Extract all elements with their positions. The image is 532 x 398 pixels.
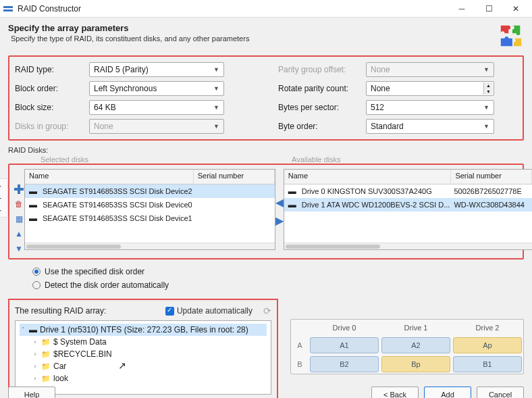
folder-icon: 📁 [41,338,51,347]
layout-cell: B1 [453,356,522,372]
result-tree[interactable]: ˅ ▬ Drive 1 (nr5310) NTFS (Size: 272.23 … [15,320,271,395]
tree-item[interactable]: ›📁$RECYCLE.BIN [20,348,267,360]
move-right-icon[interactable]: ▶ [275,214,284,227]
move-up-icon[interactable]: ▲ [14,228,24,239]
disks-group-label: Disks in group: [15,122,89,131]
disk-icon: ▬ [29,200,38,209]
bytes-sector-label: Bytes per sector: [278,103,366,112]
byte-order-combo[interactable]: Standard▼ [366,119,494,134]
result-label: The resulting RAID array: [15,306,106,316]
disk-icon: ▬ [288,186,298,196]
h-scrollbar[interactable] [284,243,532,249]
side-tool-3[interactable]: · [0,205,6,216]
svg-rect-0 [3,6,13,8]
spin-up-icon[interactable]: ▲ [483,82,493,89]
disk-icon: ▬ [29,214,38,223]
layout-cell: A2 [381,337,450,353]
byte-order-label: Byte order: [278,122,366,131]
window-title: RAID Constructor [18,4,448,14]
tree-item[interactable]: ›📁$ System Data [20,336,267,348]
list-item[interactable]: ▬SEAGATE ST9146853SS SCSI Disk Device2 [25,184,275,198]
add-disk-icon[interactable] [14,184,24,195]
side-toolbar: · · · [0,178,8,218]
block-order-combo[interactable]: Left Synchronous▼ [89,81,224,96]
list-item[interactable]: ▬Drive 1 ATA WDC WD1200BEVS-2 SCSI D...W… [284,198,532,212]
raid-disks-label: RAID Disks: [8,146,524,154]
col-name-header[interactable]: Name [25,170,194,184]
update-auto-checkbox[interactable]: Update automatically [165,306,252,316]
app-icon [3,3,14,14]
layout-header: Drive 2 [452,320,523,336]
radio-specified-order[interactable]: Use the specified disk order [32,265,524,278]
page-subtitle: Specify the type of RAID, its constituen… [8,34,498,43]
folder-icon: 📁 [41,362,51,371]
layout-header: Drive 0 [309,320,380,336]
bytes-sector-combo[interactable]: 512▼ [366,100,494,115]
disk-tools: 🗑 ▦ ▲ ▼ [14,169,24,254]
refresh-icon[interactable]: ⟳ [263,305,271,316]
page-title: Specify the array parameters [8,23,498,33]
params-panel: RAID type: RAID 5 (Parity)▼ Parity group… [8,55,524,141]
raid-layout: Drive 0Drive 1Drive 2 AA1A2ApBB2BpB1 [290,299,524,398]
raid-type-combo[interactable]: RAID 5 (Parity)▼ [89,62,224,77]
add-button[interactable]: Add [424,387,471,398]
result-panel: The resulting RAID array: Update automat… [8,299,278,398]
puzzle-icon [498,23,524,49]
selected-disks-label: Selected disks [8,155,211,164]
folder-icon: 📁 [41,350,51,359]
layout-cell: Bp [381,356,450,372]
expand-icon[interactable]: › [32,339,38,345]
layout-cell: Ap [453,337,522,353]
expand-icon[interactable]: › [32,363,38,370]
parity-offset-combo: None▼ [366,62,494,77]
collapse-icon[interactable]: ˅ [20,326,26,333]
layout-row: AA1A2Ap [291,336,523,355]
parity-offset-label: Parity group offset: [278,65,366,74]
minimize-button[interactable]: ─ [448,0,475,18]
svg-rect-1 [3,9,13,11]
edit-disk-icon[interactable]: ▦ [14,214,24,224]
tree-root[interactable]: ˅ ▬ Drive 1 (nr5310) NTFS (Size: 272.23 … [20,324,267,336]
layout-header: Drive 1 [380,320,452,336]
list-item[interactable]: ▬SEAGATE ST9146853SS SCSI Disk Device1 [25,212,275,225]
help-button[interactable]: Help [8,387,55,398]
available-disks-label: Available disks [292,155,341,164]
block-size-combo[interactable]: 64 KB▼ [89,100,224,115]
layout-row: BB2BpB1 [291,355,523,374]
side-tool-2[interactable]: · [0,193,6,203]
move-left-icon[interactable]: ◀ [275,196,284,209]
move-down-icon[interactable]: ▼ [14,243,24,254]
layout-cell: B2 [310,356,379,372]
rotate-parity-label: Rotate parity count: [278,84,366,93]
svg-rect-3 [14,188,24,191]
cancel-button[interactable]: Cancel [477,387,524,398]
block-order-label: Block order: [15,84,89,93]
selected-disks-list[interactable]: Name Serial number ▬SEAGATE ST9146853SS … [24,169,275,250]
maximize-button[interactable]: ☐ [475,0,502,18]
col-serial-header[interactable]: Serial number [194,170,275,184]
disk-icon: ▬ [288,200,298,209]
disk-icon: ▬ [29,186,38,196]
disks-panel: 🗑 ▦ ▲ ▼ Name Serial number ▬SEAGATE ST91… [8,164,524,259]
delete-disk-icon[interactable]: 🗑 [14,199,24,209]
block-size-label: Block size: [15,103,89,112]
disks-group-combo: None▼ [89,119,224,134]
back-button[interactable]: < Back [371,387,419,398]
list-item[interactable]: ▬Drive 0 KINGSTON SUV300S37A240G50026B72… [284,184,532,198]
drive-icon: ▬ [29,325,37,334]
expand-icon[interactable]: › [32,375,38,382]
layout-cell: A1 [310,337,379,353]
available-disks-list[interactable]: Name Serial number ▬Drive 0 KINGSTON SUV… [284,169,532,250]
titlebar: RAID Constructor ─ ☐ ✕ [0,0,532,18]
side-tool-1[interactable]: · [0,180,6,191]
list-item[interactable]: ▬SEAGATE ST9146853SS SCSI Disk Device0 [25,198,275,212]
rotate-parity-spinner[interactable]: None▲▼ [366,81,494,96]
folder-icon: 📁 [41,374,51,383]
close-button[interactable]: ✕ [502,0,529,18]
tree-item[interactable]: ›📁look [20,372,267,384]
expand-icon[interactable]: › [32,351,38,357]
tree-item[interactable]: ›📁Car [20,360,267,372]
h-scrollbar[interactable] [25,243,275,249]
spin-down-icon[interactable]: ▼ [483,89,493,95]
radio-auto-detect[interactable]: Detect the disk order automatically [32,278,524,292]
